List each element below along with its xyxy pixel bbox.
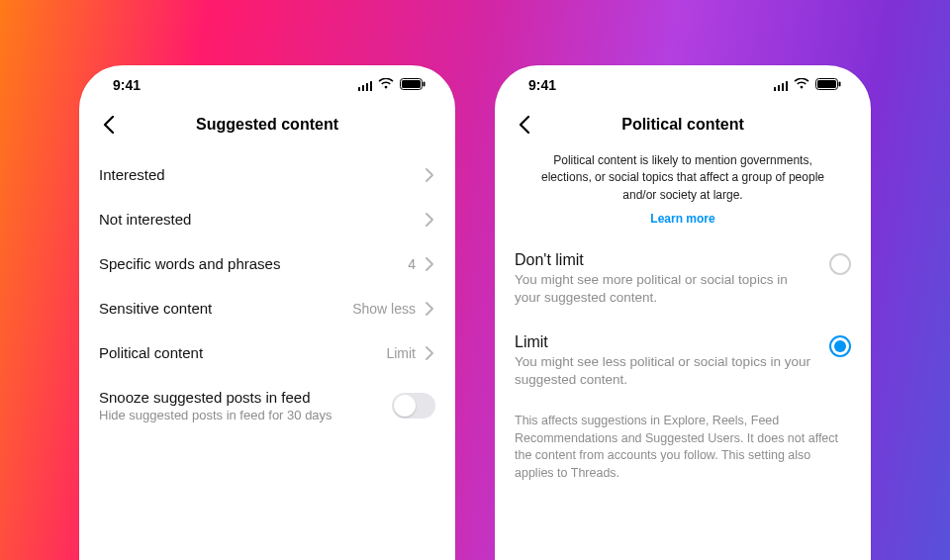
learn-more-link[interactable]: Learn more	[495, 208, 871, 239]
radio-limit[interactable]	[829, 335, 851, 357]
description-text: Political content is likely to mention g…	[495, 144, 871, 208]
chevron-left-icon	[519, 116, 530, 134]
snooze-sub: Hide suggested posts in feed for 30 days	[99, 408, 332, 422]
phone-political-content: 9:41 Political content Political content…	[495, 65, 871, 560]
chevron-left-icon	[103, 116, 115, 134]
footnote-text: This affects suggestions in Explore, Ree…	[495, 403, 871, 482]
row-value: Limit	[386, 345, 416, 361]
svg-rect-4	[817, 80, 836, 88]
row-specific-words[interactable]: Specific words and phrases 4	[79, 241, 455, 286]
row-sensitive-content[interactable]: Sensitive content Show less	[79, 286, 455, 330]
gradient-background: 9:41 Suggested content Interested	[0, 0, 950, 560]
nav-bar: Suggested content	[79, 105, 455, 144]
chevron-right-icon	[426, 257, 435, 271]
option-title: Limit	[515, 333, 815, 351]
row-label: Not interested	[99, 211, 191, 228]
page-title: Political content	[621, 116, 744, 134]
svg-rect-1	[402, 80, 421, 88]
chevron-right-icon	[426, 346, 435, 360]
nav-bar: Political content	[495, 105, 871, 144]
svg-rect-5	[839, 82, 841, 87]
status-time: 9:41	[113, 77, 141, 93]
row-label: Political content	[99, 344, 203, 361]
row-label: Sensitive content	[99, 300, 212, 317]
row-label: Specific words and phrases	[99, 255, 280, 272]
option-sub: You might see less political or social t…	[515, 353, 815, 389]
row-snooze: Snooze suggested posts in feed Hide sugg…	[79, 375, 455, 436]
option-title: Don't limit	[515, 251, 815, 269]
back-button[interactable]	[513, 113, 536, 137]
settings-list: Interested Not interested Specific words…	[79, 144, 455, 436]
option-dont-limit[interactable]: Don't limit You might see more political…	[495, 239, 871, 321]
status-bar: 9:41	[79, 65, 455, 105]
snooze-label: Snooze suggested posts in feed	[99, 389, 332, 406]
status-bar: 9:41	[495, 65, 871, 105]
row-label: Interested	[99, 166, 165, 183]
phone-suggested-content: 9:41 Suggested content Interested	[79, 65, 455, 560]
wifi-icon	[378, 77, 394, 93]
row-interested[interactable]: Interested	[79, 152, 455, 197]
option-sub: You might see more political or social t…	[515, 271, 815, 307]
status-time: 9:41	[528, 77, 556, 93]
snooze-toggle[interactable]	[392, 393, 435, 419]
row-value: Show less	[352, 301, 416, 317]
status-indicators	[358, 77, 427, 93]
svg-rect-2	[424, 82, 426, 87]
radio-dont-limit[interactable]	[829, 253, 851, 275]
chevron-right-icon	[426, 213, 435, 227]
row-political-content[interactable]: Political content Limit	[79, 330, 455, 375]
wifi-icon	[794, 77, 809, 93]
option-limit[interactable]: Limit You might see less political or so…	[495, 322, 871, 403]
cellular-icon	[358, 80, 373, 91]
battery-icon	[815, 77, 841, 93]
battery-icon	[400, 77, 426, 93]
row-value: 4	[408, 256, 416, 272]
cellular-icon	[774, 80, 789, 91]
row-not-interested[interactable]: Not interested	[79, 197, 455, 241]
back-button[interactable]	[97, 113, 121, 137]
chevron-right-icon	[426, 168, 435, 182]
page-title: Suggested content	[196, 116, 338, 134]
chevron-right-icon	[426, 302, 435, 316]
status-indicators	[774, 77, 842, 93]
